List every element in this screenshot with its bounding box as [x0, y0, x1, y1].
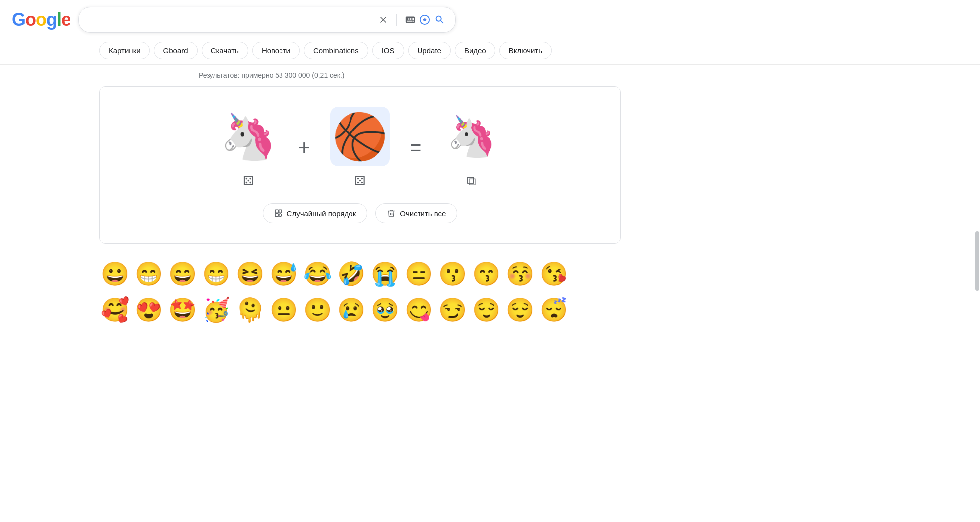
emoji-item[interactable]: 😐: [268, 294, 299, 325]
clear-search-button[interactable]: [376, 13, 390, 27]
svg-rect-6: [275, 214, 278, 217]
svg-rect-5: [279, 210, 281, 213]
emoji-item[interactable]: 😑: [403, 259, 434, 289]
lens-icon-button[interactable]: [418, 12, 432, 27]
operator-plus: +: [298, 136, 310, 160]
chip-gboard[interactable]: Gboard: [154, 42, 198, 59]
chip-skachat[interactable]: Скачать: [202, 42, 248, 59]
randomize-icon-2[interactable]: ⚄: [354, 173, 366, 189]
emoji-item[interactable]: 😢: [336, 294, 366, 325]
chip-kartinki[interactable]: Картинки: [99, 42, 150, 59]
main-content: Результатов: примерно 58 300 000 (0,21 с…: [0, 65, 980, 325]
emoji-display-2[interactable]: 🏀: [330, 107, 390, 166]
chip-combinations[interactable]: Combinations: [304, 42, 368, 59]
chip-vklyuchit[interactable]: Включить: [499, 42, 552, 59]
clear-all-button[interactable]: Очистить все: [375, 203, 457, 223]
svg-point-3: [423, 18, 426, 21]
filter-bar: Картинки Gboard Скачать Новости Combinat…: [0, 38, 980, 65]
emoji-item[interactable]: 🥹: [369, 294, 400, 325]
search-bar: Emoji Kitchen: [78, 7, 456, 33]
random-order-label: Случайный порядок: [287, 209, 356, 218]
emoji-item[interactable]: 😗: [437, 259, 468, 289]
chip-update[interactable]: Update: [408, 42, 451, 59]
emoji-item[interactable]: 🤣: [336, 259, 366, 289]
emoji-item[interactable]: 😘: [538, 259, 569, 289]
emoji-item[interactable]: 😏: [437, 294, 468, 325]
emoji-slot-1: 🦄 ⚄: [218, 107, 278, 189]
emoji-item[interactable]: 😴: [538, 294, 569, 325]
emoji-item[interactable]: 😙: [471, 259, 501, 289]
emoji-item[interactable]: 🥰: [99, 294, 130, 325]
svg-rect-4: [275, 210, 278, 213]
copy-icon[interactable]: ⧉: [467, 173, 476, 189]
emoji-item[interactable]: 😄: [167, 259, 198, 289]
results-info: Результатов: примерно 58 300 000 (0,21 с…: [99, 65, 980, 86]
operator-equals: =: [410, 136, 422, 160]
emoji-item[interactable]: 😁: [133, 259, 164, 289]
random-order-button[interactable]: Случайный порядок: [263, 203, 368, 223]
emoji-item[interactable]: 😍: [133, 294, 164, 325]
randomize-icon-1[interactable]: ⚄: [243, 173, 254, 189]
emoji-display-1[interactable]: 🦄: [218, 107, 278, 166]
scrollbar[interactable]: [975, 231, 979, 291]
kitchen-actions: Случайный порядок Очистить все: [130, 203, 590, 223]
emoji-item[interactable]: 😂: [302, 259, 333, 289]
emoji-item[interactable]: 😌: [471, 294, 501, 325]
svg-point-7: [279, 214, 281, 217]
keyboard-icon-button[interactable]: [403, 12, 418, 27]
chip-novosti[interactable]: Новости: [252, 42, 300, 59]
emoji-kitchen-card: 🦄 ⚄ + 🏀 ⚄ = 🦄 ⧉: [99, 86, 621, 244]
search-input[interactable]: Emoji Kitchen: [87, 15, 376, 25]
google-logo: G o o g l e: [12, 9, 70, 30]
search-button[interactable]: [432, 12, 447, 27]
emoji-item[interactable]: 😌: [504, 294, 535, 325]
emoji-item[interactable]: 😋: [403, 294, 434, 325]
clear-all-label: Очистить все: [400, 209, 446, 218]
emoji-item[interactable]: 😚: [504, 259, 535, 289]
emoji-slot-result: 🦄 ⧉: [442, 107, 501, 189]
emoji-item[interactable]: 😁: [201, 259, 231, 289]
emoji-item[interactable]: 😀: [99, 259, 130, 289]
emoji-item[interactable]: 🙂: [302, 294, 333, 325]
emoji-display-result: 🦄: [442, 107, 501, 166]
kitchen-equation: 🦄 ⚄ + 🏀 ⚄ = 🦄 ⧉: [130, 107, 590, 189]
emoji-picker: 😀 😁 😄 😁 😆 😅 😂 🤣 😭 😑 😗 😙 😚 😘 🥰 😍 🤩 🥳 🫠 😐 …: [99, 259, 621, 325]
emoji-item[interactable]: 🤩: [167, 294, 198, 325]
chip-video[interactable]: Видео: [455, 42, 495, 59]
emoji-slot-2: 🏀 ⚄: [330, 107, 390, 189]
header: G o o g l e Emoji Kitchen: [0, 0, 980, 38]
emoji-item[interactable]: 😆: [234, 259, 265, 289]
emoji-item[interactable]: 🫠: [234, 294, 265, 325]
chip-ios[interactable]: IOS: [372, 42, 404, 59]
emoji-item[interactable]: 😭: [369, 259, 400, 289]
emoji-item[interactable]: 🥳: [201, 294, 231, 325]
emoji-item[interactable]: 😅: [268, 259, 299, 289]
emoji-row-1: 😀 😁 😄 😁 😆 😅 😂 🤣 😭 😑 😗 😙 😚 😘: [99, 259, 621, 289]
search-divider: [396, 14, 397, 26]
emoji-row-2: 🥰 😍 🤩 🥳 🫠 😐 🙂 😢 🥹 😋 😏 😌 😌 😴: [99, 294, 621, 325]
